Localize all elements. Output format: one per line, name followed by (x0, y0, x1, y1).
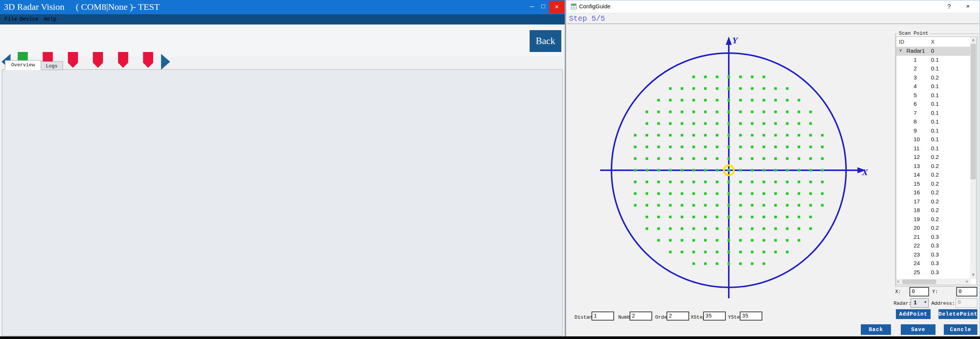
col-header-x[interactable]: X (931, 39, 934, 45)
row-x: 0.2 (931, 216, 939, 222)
table-row[interactable]: 190.2 (896, 215, 970, 224)
scroll-left-icon[interactable]: < (897, 279, 899, 284)
radar-select[interactable]: 1 ▼ (911, 298, 929, 308)
scan-dot (681, 192, 684, 195)
table-row[interactable]: 200.2 (896, 224, 970, 233)
table-row[interactable]: 80.1 (896, 117, 970, 127)
row-x: 0.1 (931, 57, 939, 63)
config-close-icon[interactable]: ✕ (962, 2, 974, 11)
table-row[interactable]: 30.2 (896, 73, 970, 82)
tab-overview[interactable]: Overview (5, 60, 41, 70)
table-row[interactable]: 20.1 (896, 64, 970, 73)
row-x: 0.1 (931, 145, 939, 151)
table-row[interactable]: 170.2 (896, 197, 970, 206)
menu-help[interactable]: Help (42, 16, 58, 23)
scan-dot (716, 146, 719, 148)
scan-dot (775, 204, 777, 207)
scan-dot (798, 239, 800, 242)
row-id: 24 (913, 260, 920, 266)
table-row[interactable]: 250.3 (896, 268, 970, 277)
table-row[interactable]: 230.3 (896, 250, 970, 260)
scan-dot (716, 239, 719, 242)
scan-dot (739, 204, 742, 207)
scan-dot (798, 157, 800, 160)
scan-dot (634, 181, 637, 184)
cancel-button[interactable]: Cancle (944, 324, 977, 335)
back-button[interactable]: Back (530, 30, 561, 52)
scan-dot (692, 111, 695, 113)
table-row[interactable]: 50.1 (896, 91, 970, 100)
minimize-icon[interactable]: — (527, 2, 537, 12)
table-row[interactable]: 90.1 (896, 127, 970, 136)
table-row[interactable]: 100.1 (896, 135, 970, 144)
scan-dot (716, 192, 719, 195)
table-row[interactable]: 180.2 (896, 206, 970, 215)
screen-edge (0, 336, 980, 339)
expand-chevron-icon[interactable]: ∨ (899, 48, 902, 53)
scan-dot (669, 157, 672, 160)
param-input-xstep[interactable]: 35 (703, 312, 726, 320)
scan-dot (704, 192, 707, 195)
save-button[interactable]: Save (901, 324, 935, 335)
scroll-up-icon[interactable]: ∧ (970, 38, 976, 43)
scan-dot (751, 87, 754, 90)
scan-dot (704, 87, 707, 90)
table-row[interactable]: 130.2 (896, 162, 970, 171)
menu-device[interactable]: Device (18, 16, 40, 23)
scan-dot (798, 192, 800, 195)
scan-dot (775, 169, 777, 172)
wizard-back-button[interactable]: Back (861, 324, 891, 335)
address-input[interactable]: 0 (956, 298, 977, 308)
table-row[interactable]: 70.1 (896, 109, 970, 118)
y-coord-input[interactable]: 0 (956, 287, 977, 296)
param-input-ystep[interactable]: 35 (740, 312, 762, 320)
row-id: 12 (913, 154, 920, 160)
scan-dot (657, 239, 660, 242)
table-row[interactable]: 40.1 (896, 82, 970, 91)
col-header-id[interactable]: ID (899, 39, 904, 45)
scan-dot (646, 192, 648, 195)
param-input-number[interactable]: 2 (630, 312, 652, 320)
maximize-icon[interactable]: □ (538, 2, 549, 12)
table-row[interactable]: 60.1 (896, 100, 970, 109)
param-input-order[interactable]: 2 (667, 312, 689, 320)
scan-point-table: ID X ∨ Radar1 0 10.120.130.240.150.160.1… (896, 36, 977, 285)
table-row[interactable]: 210.3 (896, 233, 970, 242)
scan-dot (739, 122, 742, 125)
menu-file[interactable]: File (3, 16, 19, 23)
scan-dot (692, 228, 695, 230)
table-row[interactable]: 160.2 (896, 189, 970, 197)
scan-pattern-plot[interactable]: Y X (581, 23, 883, 313)
table-row[interactable]: 240.3 (896, 259, 970, 268)
scan-dot (798, 146, 800, 148)
table-row-radar1[interactable]: ∨ Radar1 0 (896, 47, 970, 56)
v-scrollbar-thumb[interactable] (970, 44, 976, 179)
help-icon[interactable]: ? (943, 2, 955, 11)
scan-dot (786, 87, 789, 90)
table-row[interactable]: 110.1 (896, 144, 970, 153)
h-scrollbar-thumb[interactable] (902, 279, 936, 284)
x-coord-input[interactable]: 0 (910, 287, 929, 296)
close-icon[interactable]: ✕ (549, 1, 564, 13)
table-row[interactable]: 150.2 (896, 180, 970, 189)
row-id: 8 (913, 118, 916, 125)
radar-vision-window: 3D Radar Vision ( COM8|None )- TEST — □ … (0, 0, 565, 337)
menu-bar: File Device Help (0, 14, 565, 24)
param-input-distance[interactable]: 1 (592, 312, 614, 320)
delete-point-button[interactable]: DeletePoint (939, 309, 977, 319)
scan-dot (657, 99, 660, 102)
table-row[interactable]: 10.1 (896, 56, 970, 65)
table-row[interactable]: 220.3 (896, 241, 970, 250)
table-row[interactable]: 140.2 (896, 171, 970, 180)
scan-dot (739, 192, 742, 195)
scroll-down-icon[interactable]: ∨ (970, 272, 976, 277)
scan-dot (798, 216, 800, 219)
scan-dot (669, 111, 672, 113)
table-row[interactable]: 120.2 (896, 153, 970, 162)
add-point-button[interactable]: AddPoint (896, 309, 931, 319)
scan-dot (716, 169, 719, 172)
scan-dot (728, 239, 730, 242)
next-bin-arrow-icon[interactable] (161, 54, 170, 70)
scroll-right-icon[interactable]: > (966, 279, 968, 284)
tab-logs[interactable]: Logs (40, 62, 63, 70)
